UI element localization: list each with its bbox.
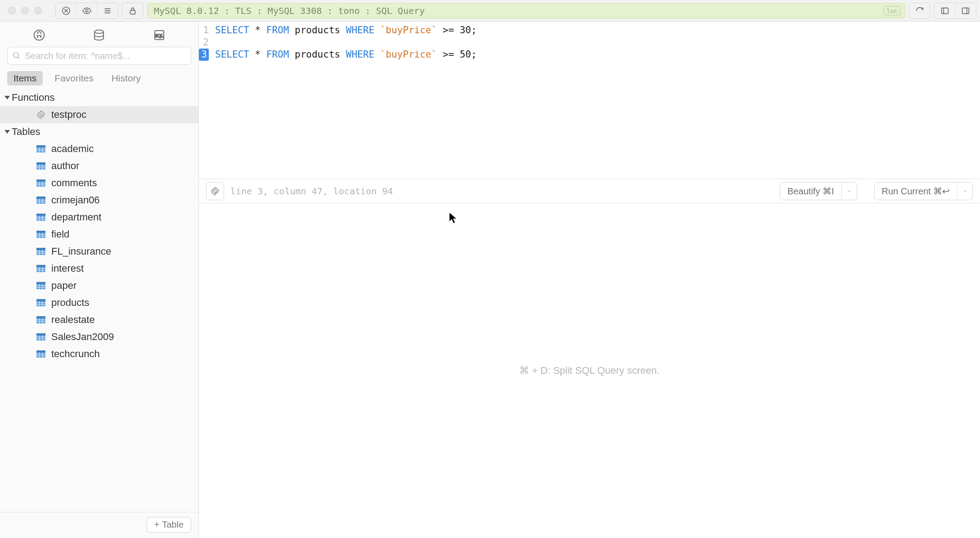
table-icon [36, 212, 46, 222]
tree-group-label: Tables [12, 126, 40, 138]
run-dropdown[interactable] [957, 183, 972, 200]
search-input[interactable] [25, 51, 186, 61]
sidebar-tab-favorites[interactable]: Favorites [48, 71, 99, 85]
table-icon [36, 144, 46, 154]
sql-mode-icon[interactable]: SQL [149, 28, 170, 42]
sidebar-tab-items[interactable]: Items [7, 71, 43, 85]
svg-rect-7 [130, 10, 135, 14]
line-number-gutter: 123 [199, 24, 211, 61]
tree-item-label: SalesJan2009 [51, 331, 114, 343]
tree-item-label: paper [51, 280, 76, 291]
tree-item[interactable]: testproc [0, 106, 198, 123]
table-icon [36, 247, 46, 256]
editor-pane: 123 SELECT * FROM products WHERE `buyPri… [199, 22, 980, 538]
tree-group-functions[interactable]: Functions [0, 89, 198, 106]
svg-rect-10 [962, 8, 969, 13]
minimize-window-icon[interactable] [21, 7, 29, 14]
tree-item[interactable]: FL_insurance [0, 243, 198, 260]
beautify-dropdown[interactable] [841, 183, 857, 200]
svg-rect-56 [36, 248, 45, 250]
tree-item[interactable]: author [0, 157, 198, 175]
plus-icon: + [154, 520, 160, 530]
connection-mode-icon[interactable] [29, 28, 49, 42]
table-icon [36, 161, 46, 171]
tree-item[interactable]: crimejan06 [0, 192, 198, 209]
tree-item[interactable]: department [0, 209, 198, 226]
svg-point-13 [94, 30, 103, 34]
svg-rect-74 [36, 299, 45, 301]
add-table-button[interactable]: + Table [147, 517, 192, 533]
cancel-icon[interactable] [56, 3, 76, 18]
results-pane: ⌘ + D: Split SQL Query screen. [199, 203, 980, 538]
tree-item[interactable]: SalesJan2009 [0, 328, 198, 345]
tree-item[interactable]: comments [0, 175, 198, 192]
code-editor-wrap: 123 SELECT * FROM products WHERE `buyPri… [199, 22, 980, 179]
tree-item[interactable]: products [0, 294, 198, 311]
tree-item[interactable]: interest [0, 260, 198, 277]
code-line[interactable]: SELECT * FROM products WHERE `buyPrice` … [215, 49, 477, 61]
close-window-icon[interactable] [8, 7, 16, 14]
connection-path[interactable]: MySQL 8.0.12 : TLS : MySQL 3308 : tono :… [147, 3, 905, 18]
search-icon [12, 51, 21, 60]
svg-text:SQL: SQL [155, 33, 164, 38]
chevron-down-icon [962, 188, 968, 194]
tree-item-label: crimejan06 [51, 194, 100, 206]
search-box[interactable] [7, 47, 191, 65]
sidebar-tab-history[interactable]: History [105, 71, 147, 85]
tree-item[interactable]: paper [0, 277, 198, 294]
table-icon [36, 178, 46, 188]
connection-path-text: MySQL 8.0.12 : TLS : MySQL 3308 : tono :… [154, 5, 425, 16]
code-editor[interactable]: 123 SELECT * FROM products WHERE `buyPri… [199, 22, 980, 61]
editor-toolbar: line 3, column 47, location 94 Beautify … [199, 179, 980, 203]
beautify-button[interactable]: Beautify ⌘I [780, 182, 857, 200]
panel-right-icon[interactable] [955, 3, 976, 18]
tree-item-label: field [51, 229, 69, 240]
lock-icon[interactable] [122, 3, 143, 18]
zoom-window-icon[interactable] [34, 7, 42, 14]
svg-rect-68 [36, 282, 45, 284]
svg-rect-62 [36, 265, 45, 267]
sidebar-tabs: ItemsFavoritesHistory [0, 68, 198, 89]
code-line[interactable]: SELECT * FROM products WHERE `buyPrice` … [215, 24, 477, 36]
tree-item[interactable]: techcrunch [0, 345, 198, 363]
run-current-button[interactable]: Run Current ⌘↩ [874, 182, 973, 200]
table-icon [36, 298, 46, 308]
chevron-down-icon [846, 188, 852, 194]
beautify-label: Beautify ⌘I [780, 183, 841, 200]
titlebar: MySQL 8.0.12 : TLS : MySQL 3308 : tono :… [0, 0, 980, 22]
tree-item[interactable]: academic [0, 140, 198, 157]
disclosure-icon [4, 96, 10, 99]
svg-point-18 [40, 113, 42, 116]
table-icon [36, 229, 46, 239]
tree-item[interactable]: field [0, 226, 198, 243]
tree-item[interactable]: realestate [0, 311, 198, 328]
eye-icon[interactable] [76, 3, 97, 18]
svg-rect-92 [36, 350, 45, 353]
tree-item-label: interest [51, 263, 84, 274]
editor-settings-button[interactable] [206, 182, 224, 200]
list-icon[interactable] [97, 3, 118, 18]
code-line[interactable] [215, 36, 477, 49]
tree-item-label: testproc [51, 109, 86, 121]
run-current-label: Run Current ⌘↩ [875, 183, 958, 200]
line-number: 2 [199, 36, 209, 49]
refresh-icon[interactable] [909, 3, 930, 18]
code-lines[interactable]: SELECT * FROM products WHERE `buyPrice` … [211, 24, 477, 61]
svg-rect-8 [941, 8, 948, 13]
table-icon [36, 332, 46, 342]
disclosure-icon [4, 130, 10, 134]
tree-item-label: techcrunch [51, 348, 100, 360]
database-mode-icon[interactable] [89, 28, 109, 42]
table-icon [36, 264, 46, 273]
tree-group-tables[interactable]: Tables [0, 123, 198, 140]
panel-left-icon[interactable] [935, 3, 955, 18]
add-table-label: Table [162, 520, 184, 530]
sidebar: SQL ItemsFavoritesHistory Functionstestp… [0, 22, 199, 538]
table-icon [36, 349, 46, 359]
sidebar-footer: + Table [0, 512, 198, 538]
svg-rect-20 [36, 145, 45, 148]
cursor-status: line 3, column 47, location 94 [230, 186, 393, 197]
table-icon [36, 281, 46, 291]
svg-rect-44 [36, 214, 45, 216]
svg-rect-32 [36, 179, 45, 182]
